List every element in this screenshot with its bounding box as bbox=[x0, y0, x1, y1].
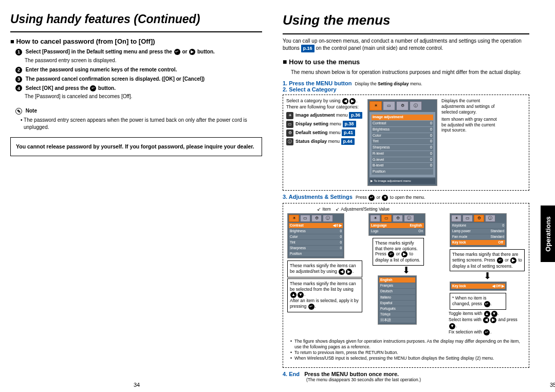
row-step3: 3. Adjustments & Settings Press ↵ or ▼ t… bbox=[283, 194, 529, 201]
osd-keylock: Key lock◀ Off ▶ bbox=[450, 282, 507, 291]
enter-icon-3: ↵ bbox=[368, 195, 375, 201]
hr2 bbox=[283, 33, 529, 34]
right-arrow-icon: ▶ bbox=[189, 49, 195, 55]
notes-list: The figure shows displays given for oper… bbox=[286, 339, 526, 361]
side-tab-operations: Operations bbox=[541, 206, 555, 262]
help-box-1: These marks signify the items can be adj… bbox=[287, 260, 362, 277]
num-1-icon: 1 bbox=[15, 49, 22, 55]
osd-tab-1: ☀ bbox=[369, 101, 382, 110]
enter-icon: ↵ bbox=[174, 49, 180, 55]
enter-icon-2: ↵ bbox=[90, 85, 96, 91]
num-3-icon: 3 bbox=[15, 76, 22, 83]
note-bullet: • The password entry screen appears when… bbox=[24, 117, 262, 131]
status-display-icon: ⓘ bbox=[286, 138, 293, 145]
step-1: 1 Select [Password] in the Default setti… bbox=[15, 48, 262, 64]
hr bbox=[10, 31, 262, 32]
help-box-screens: These marks signify that there are setti… bbox=[450, 249, 525, 271]
step1-sub: The password entry screen is displayed. bbox=[25, 57, 262, 64]
row-step4: 4. End Press the MENU button once more. … bbox=[283, 371, 529, 383]
row-step1-2: 1. Press the MENU button Display the Set… bbox=[283, 80, 529, 93]
page-number-left: 34 bbox=[134, 382, 140, 388]
osd-adj-3: ☀▭⚙ⓘ Keystone0 Lamp powerStandard Fan mo… bbox=[450, 213, 507, 248]
step-3: 3 The password cancel confirmation scree… bbox=[15, 76, 262, 83]
help-box-2: These marks signify the items can be sel… bbox=[287, 278, 362, 312]
step-2: 2 Enter the password using numeric keys … bbox=[15, 66, 262, 73]
warning-box: You cannot release password by yourself.… bbox=[10, 137, 262, 156]
category-box: Select a category by using ◀▶. There are… bbox=[283, 95, 529, 191]
left-title: Using handy features (Continued) bbox=[10, 12, 262, 26]
note-heading: ✎ Note bbox=[15, 107, 262, 115]
step-4: 4 Select [OK] and press the ↵ button. Th… bbox=[15, 85, 262, 101]
osd-adj-2: ☀▭⚙ⓘ LanguageEnglish LogoOn bbox=[368, 213, 425, 236]
num-2-icon: 2 bbox=[15, 67, 22, 73]
right-page: Using the menus You can call up on-scree… bbox=[272, 0, 540, 392]
note-icon: ✎ bbox=[15, 108, 22, 115]
left-arrow-icon: ◀ bbox=[342, 98, 348, 104]
page-number-right: 35 bbox=[550, 382, 555, 388]
page-ref-16: p.16 bbox=[301, 45, 314, 52]
adjustments-box: ↙ Item ↙ Adjustment/Setting Value ☀▭⚙ⓘ C… bbox=[283, 203, 529, 368]
osd-lang-list: English Français Deutsch Italiano Españo… bbox=[378, 275, 417, 325]
step4-sub: The [Password] is canceled and becomes [… bbox=[25, 93, 262, 100]
right-title: Using the menus bbox=[283, 12, 529, 28]
left-page: Using handy features (Continued) ■ How t… bbox=[0, 0, 272, 392]
help-box-nochange: * When no item is changed, press ↵. bbox=[450, 293, 506, 310]
num-4-icon: 4 bbox=[15, 85, 22, 91]
default-setting-icon: ⚙ bbox=[286, 129, 293, 137]
intro-text: You can call up on-screen menus, and con… bbox=[283, 38, 529, 52]
osd-preview: ☀ ▭ ⚙ ⓘ Image adjustment Contrast0 Brigh… bbox=[367, 99, 437, 186]
osd-adj-1: ☀▭⚙ⓘ Contrast◀ 0 ▶ Brightness0 Color0 Ti… bbox=[287, 213, 344, 259]
image-adj-icon: ☀ bbox=[286, 112, 293, 119]
howto-sub: The menu shown below is for operation in… bbox=[291, 69, 529, 76]
display-setting-icon: ▭ bbox=[286, 121, 293, 128]
section-heading: ■ How to cancel password (from [On] to [… bbox=[10, 38, 262, 45]
help-box-options: These marks signify that there are optio… bbox=[373, 238, 424, 266]
down-arrow-icon: ▼ bbox=[382, 195, 388, 201]
right-arrow-icon-2: ▶ bbox=[349, 98, 356, 104]
howto-heading: How to use the menus bbox=[283, 58, 529, 66]
